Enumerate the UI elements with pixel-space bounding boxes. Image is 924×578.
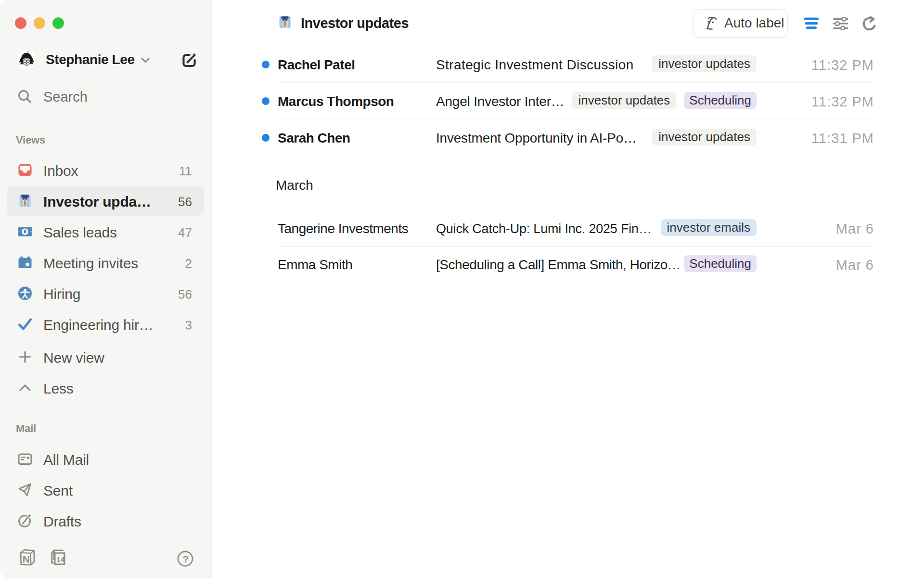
- svg-text:14: 14: [56, 555, 64, 564]
- svg-text:N: N: [23, 553, 30, 565]
- svg-text:?: ?: [183, 553, 189, 565]
